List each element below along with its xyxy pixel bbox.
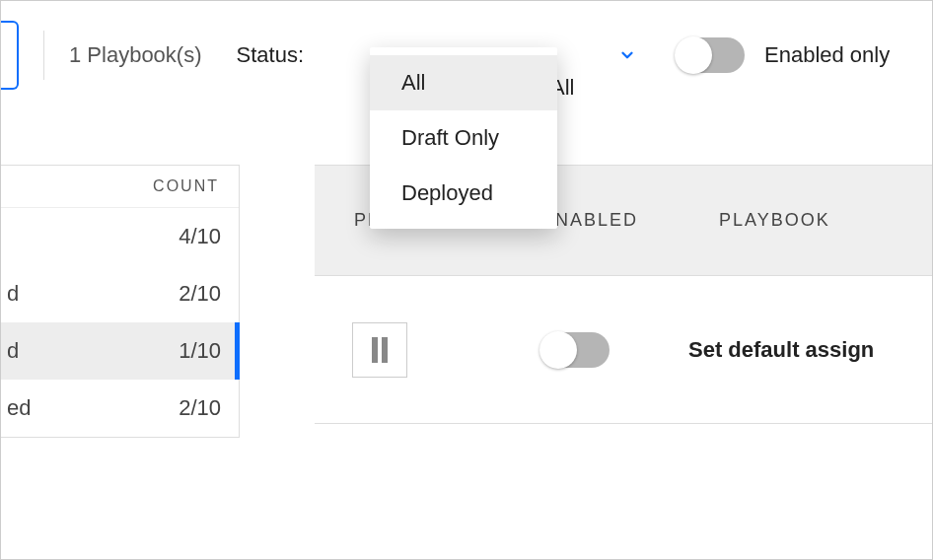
playbook-count-label: 1 Playbook(s)	[69, 42, 202, 68]
sidebar-row-label: d	[7, 281, 19, 307]
toggle-left-panel-button[interactable]	[1, 21, 19, 90]
sidebar-row[interactable]: d 1/10	[1, 322, 239, 380]
status-filter-select[interactable]	[605, 46, 636, 64]
dropdown-item-deployed[interactable]: Deployed	[370, 166, 557, 221]
sidebar-row-count: 2/10	[179, 281, 221, 307]
sidebar-header: COUNT	[1, 166, 239, 208]
sidebar-count-header: COUNT	[153, 177, 219, 195]
enabled-only-toggle[interactable]	[676, 37, 745, 73]
status-dropdown[interactable]: All Draft Only Deployed	[370, 47, 557, 229]
sidebar-row[interactable]: d 2/10	[1, 265, 239, 322]
table-row: Set default assign	[315, 276, 932, 424]
toggle-knob	[675, 36, 712, 74]
status-filter-label: Status:	[237, 42, 304, 68]
priority-drag-handle[interactable]	[352, 322, 407, 378]
pause-icon	[372, 337, 388, 363]
sidebar-row[interactable]: ed 2/10	[1, 380, 239, 437]
dropdown-item-all[interactable]: All	[370, 55, 557, 110]
sidebar-row-label: d	[7, 338, 19, 364]
sidebar: COUNT 4/10 d 2/10 d 1/10 ed 2/10	[1, 165, 240, 438]
sidebar-row-label: ed	[7, 395, 31, 421]
dropdown-item-draft-only[interactable]: Draft Only	[370, 110, 557, 166]
sidebar-row-count: 4/10	[179, 224, 221, 249]
sidebar-row-count: 2/10	[179, 395, 221, 421]
chevron-down-icon	[618, 46, 636, 64]
playbook-name[interactable]: Set default assign	[688, 337, 874, 363]
row-enabled-toggle[interactable]	[540, 332, 610, 368]
column-header-enabled[interactable]: ENABLED	[541, 210, 719, 231]
column-header-playbook[interactable]: PLAYBOOK	[719, 210, 932, 231]
sidebar-row[interactable]: 4/10	[1, 208, 239, 265]
toggle-knob	[539, 331, 577, 369]
divider	[43, 31, 44, 80]
enabled-only-label: Enabled only	[764, 42, 890, 68]
sidebar-row-count: 1/10	[179, 338, 221, 364]
